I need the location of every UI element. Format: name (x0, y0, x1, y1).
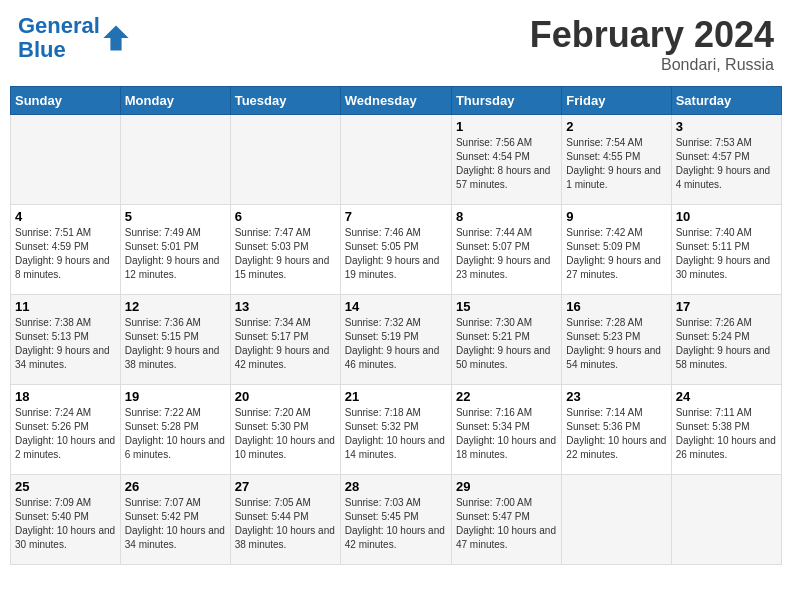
day-info: Sunrise: 7:28 AM Sunset: 5:23 PM Dayligh… (566, 316, 666, 372)
day-info: Sunrise: 7:56 AM Sunset: 4:54 PM Dayligh… (456, 136, 557, 192)
calendar-cell: 25Sunrise: 7:09 AM Sunset: 5:40 PM Dayli… (11, 475, 121, 565)
day-number: 19 (125, 389, 226, 404)
day-number: 15 (456, 299, 557, 314)
calendar-cell (340, 115, 451, 205)
day-info: Sunrise: 7:38 AM Sunset: 5:13 PM Dayligh… (15, 316, 116, 372)
day-number: 9 (566, 209, 666, 224)
main-title: February 2024 (530, 14, 774, 56)
week-row-1: 4Sunrise: 7:51 AM Sunset: 4:59 PM Daylig… (11, 205, 782, 295)
calendar-cell: 20Sunrise: 7:20 AM Sunset: 5:30 PM Dayli… (230, 385, 340, 475)
calendar-cell: 28Sunrise: 7:03 AM Sunset: 5:45 PM Dayli… (340, 475, 451, 565)
day-number: 17 (676, 299, 777, 314)
calendar-cell (671, 475, 781, 565)
day-number: 7 (345, 209, 447, 224)
day-number: 3 (676, 119, 777, 134)
day-number: 10 (676, 209, 777, 224)
col-header-wednesday: Wednesday (340, 87, 451, 115)
week-row-3: 18Sunrise: 7:24 AM Sunset: 5:26 PM Dayli… (11, 385, 782, 475)
calendar-cell: 3Sunrise: 7:53 AM Sunset: 4:57 PM Daylig… (671, 115, 781, 205)
calendar-cell: 12Sunrise: 7:36 AM Sunset: 5:15 PM Dayli… (120, 295, 230, 385)
calendar-table: SundayMondayTuesdayWednesdayThursdayFrid… (10, 86, 782, 565)
calendar-cell: 24Sunrise: 7:11 AM Sunset: 5:38 PM Dayli… (671, 385, 781, 475)
day-number: 8 (456, 209, 557, 224)
calendar-cell: 29Sunrise: 7:00 AM Sunset: 5:47 PM Dayli… (451, 475, 561, 565)
day-info: Sunrise: 7:46 AM Sunset: 5:05 PM Dayligh… (345, 226, 447, 282)
day-number: 4 (15, 209, 116, 224)
day-info: Sunrise: 7:54 AM Sunset: 4:55 PM Dayligh… (566, 136, 666, 192)
page-header: General Blue February 2024 Bondari, Russ… (10, 10, 782, 78)
day-number: 28 (345, 479, 447, 494)
calendar-cell: 1Sunrise: 7:56 AM Sunset: 4:54 PM Daylig… (451, 115, 561, 205)
logo-text: General Blue (18, 14, 100, 62)
svg-marker-0 (103, 26, 128, 51)
calendar-cell (120, 115, 230, 205)
day-info: Sunrise: 7:05 AM Sunset: 5:44 PM Dayligh… (235, 496, 336, 552)
calendar-cell: 15Sunrise: 7:30 AM Sunset: 5:21 PM Dayli… (451, 295, 561, 385)
day-number: 21 (345, 389, 447, 404)
calendar-cell: 21Sunrise: 7:18 AM Sunset: 5:32 PM Dayli… (340, 385, 451, 475)
calendar-cell: 2Sunrise: 7:54 AM Sunset: 4:55 PM Daylig… (562, 115, 671, 205)
day-number: 2 (566, 119, 666, 134)
day-info: Sunrise: 7:51 AM Sunset: 4:59 PM Dayligh… (15, 226, 116, 282)
day-info: Sunrise: 7:07 AM Sunset: 5:42 PM Dayligh… (125, 496, 226, 552)
day-number: 11 (15, 299, 116, 314)
col-header-sunday: Sunday (11, 87, 121, 115)
day-info: Sunrise: 7:42 AM Sunset: 5:09 PM Dayligh… (566, 226, 666, 282)
day-number: 29 (456, 479, 557, 494)
calendar-cell: 10Sunrise: 7:40 AM Sunset: 5:11 PM Dayli… (671, 205, 781, 295)
col-header-friday: Friday (562, 87, 671, 115)
day-info: Sunrise: 7:11 AM Sunset: 5:38 PM Dayligh… (676, 406, 777, 462)
day-number: 22 (456, 389, 557, 404)
calendar-cell: 23Sunrise: 7:14 AM Sunset: 5:36 PM Dayli… (562, 385, 671, 475)
calendar-cell (562, 475, 671, 565)
col-header-monday: Monday (120, 87, 230, 115)
calendar-cell: 13Sunrise: 7:34 AM Sunset: 5:17 PM Dayli… (230, 295, 340, 385)
day-info: Sunrise: 7:22 AM Sunset: 5:28 PM Dayligh… (125, 406, 226, 462)
title-area: February 2024 Bondari, Russia (530, 14, 774, 74)
calendar-cell: 4Sunrise: 7:51 AM Sunset: 4:59 PM Daylig… (11, 205, 121, 295)
day-number: 24 (676, 389, 777, 404)
day-info: Sunrise: 7:44 AM Sunset: 5:07 PM Dayligh… (456, 226, 557, 282)
day-info: Sunrise: 7:40 AM Sunset: 5:11 PM Dayligh… (676, 226, 777, 282)
week-row-0: 1Sunrise: 7:56 AM Sunset: 4:54 PM Daylig… (11, 115, 782, 205)
day-info: Sunrise: 7:16 AM Sunset: 5:34 PM Dayligh… (456, 406, 557, 462)
day-number: 27 (235, 479, 336, 494)
day-info: Sunrise: 7:24 AM Sunset: 5:26 PM Dayligh… (15, 406, 116, 462)
day-info: Sunrise: 7:20 AM Sunset: 5:30 PM Dayligh… (235, 406, 336, 462)
calendar-cell: 14Sunrise: 7:32 AM Sunset: 5:19 PM Dayli… (340, 295, 451, 385)
calendar-cell: 18Sunrise: 7:24 AM Sunset: 5:26 PM Dayli… (11, 385, 121, 475)
day-info: Sunrise: 7:18 AM Sunset: 5:32 PM Dayligh… (345, 406, 447, 462)
day-info: Sunrise: 7:49 AM Sunset: 5:01 PM Dayligh… (125, 226, 226, 282)
day-info: Sunrise: 7:36 AM Sunset: 5:15 PM Dayligh… (125, 316, 226, 372)
day-info: Sunrise: 7:26 AM Sunset: 5:24 PM Dayligh… (676, 316, 777, 372)
calendar-cell: 17Sunrise: 7:26 AM Sunset: 5:24 PM Dayli… (671, 295, 781, 385)
day-number: 1 (456, 119, 557, 134)
calendar-cell: 11Sunrise: 7:38 AM Sunset: 5:13 PM Dayli… (11, 295, 121, 385)
day-number: 18 (15, 389, 116, 404)
calendar-cell (11, 115, 121, 205)
day-number: 26 (125, 479, 226, 494)
day-info: Sunrise: 7:32 AM Sunset: 5:19 PM Dayligh… (345, 316, 447, 372)
calendar-cell: 16Sunrise: 7:28 AM Sunset: 5:23 PM Dayli… (562, 295, 671, 385)
calendar-cell: 26Sunrise: 7:07 AM Sunset: 5:42 PM Dayli… (120, 475, 230, 565)
calendar-cell: 9Sunrise: 7:42 AM Sunset: 5:09 PM Daylig… (562, 205, 671, 295)
sub-title: Bondari, Russia (530, 56, 774, 74)
col-header-saturday: Saturday (671, 87, 781, 115)
col-header-tuesday: Tuesday (230, 87, 340, 115)
day-number: 20 (235, 389, 336, 404)
day-number: 12 (125, 299, 226, 314)
day-info: Sunrise: 7:00 AM Sunset: 5:47 PM Dayligh… (456, 496, 557, 552)
day-number: 14 (345, 299, 447, 314)
day-info: Sunrise: 7:30 AM Sunset: 5:21 PM Dayligh… (456, 316, 557, 372)
day-number: 25 (15, 479, 116, 494)
calendar-cell: 8Sunrise: 7:44 AM Sunset: 5:07 PM Daylig… (451, 205, 561, 295)
day-number: 13 (235, 299, 336, 314)
calendar-cell: 7Sunrise: 7:46 AM Sunset: 5:05 PM Daylig… (340, 205, 451, 295)
calendar-cell: 19Sunrise: 7:22 AM Sunset: 5:28 PM Dayli… (120, 385, 230, 475)
col-header-thursday: Thursday (451, 87, 561, 115)
day-number: 23 (566, 389, 666, 404)
day-number: 6 (235, 209, 336, 224)
calendar-cell: 5Sunrise: 7:49 AM Sunset: 5:01 PM Daylig… (120, 205, 230, 295)
day-info: Sunrise: 7:47 AM Sunset: 5:03 PM Dayligh… (235, 226, 336, 282)
calendar-cell (230, 115, 340, 205)
